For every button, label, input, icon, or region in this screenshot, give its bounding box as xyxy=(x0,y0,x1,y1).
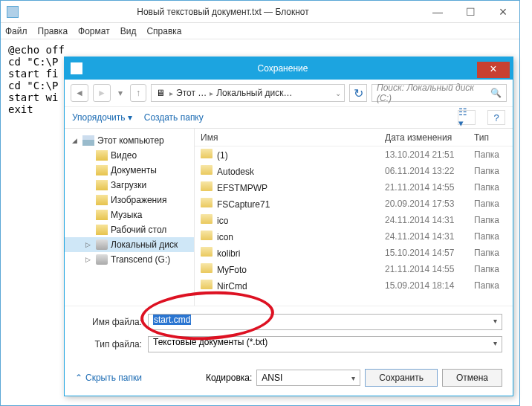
tree-item-transcend-g-[interactable]: ▷Transcend (G:) xyxy=(65,252,194,267)
filetype-select[interactable]: Текстовые документы (*.txt) xyxy=(148,336,502,352)
tree-item-загрузки[interactable]: Загрузки xyxy=(65,178,194,193)
tree-item-рабочий-стол[interactable]: Рабочий стол xyxy=(65,222,194,237)
tree-item-label: Документы xyxy=(111,165,157,175)
filename-label: Имя файла: xyxy=(75,317,148,327)
filename-input[interactable]: start.cmd xyxy=(148,314,502,330)
folder-tree[interactable]: ◢Этот компьютерВидеоДокументыЗагрузкиИзо… xyxy=(65,129,195,306)
col-type[interactable]: Тип xyxy=(468,132,513,143)
minimize-button[interactable]: — xyxy=(421,4,454,20)
tree-item-label: Transcend (G:) xyxy=(111,254,170,265)
tree-item-видео[interactable]: Видео xyxy=(65,148,194,163)
folder-icon xyxy=(201,214,213,224)
menu-format[interactable]: Формат xyxy=(78,26,110,36)
save-dialog: Сохранение × ◄ ► ▾ ↑ 🖥 ▸ Этот … ▸ Локаль… xyxy=(64,57,513,396)
maximize-button[interactable]: ☐ xyxy=(454,4,487,20)
folder-icon xyxy=(96,180,108,190)
folder-icon xyxy=(201,247,213,257)
help-button[interactable]: ? xyxy=(487,110,505,125)
breadcrumb-seg-1[interactable]: Этот … xyxy=(176,88,207,98)
expand-icon[interactable]: ◢ xyxy=(72,137,80,144)
chevron-down-icon[interactable]: ⌄ xyxy=(335,89,341,97)
nav-back-button[interactable]: ◄ xyxy=(71,84,88,102)
tree-item-музыка[interactable]: Музыка xyxy=(65,207,194,222)
file-row[interactable]: kolibri15.10.2014 14:57Папка xyxy=(195,245,513,261)
tree-item-изображения[interactable]: Изображения xyxy=(65,193,194,207)
file-row[interactable]: NirCmd15.09.2014 18:14Папка xyxy=(195,277,513,294)
expand-icon[interactable]: ▷ xyxy=(85,256,93,263)
notepad-icon xyxy=(7,6,19,18)
search-icon: 🔍 xyxy=(490,88,502,98)
file-row[interactable]: Autodesk06.11.2014 13:22Папка xyxy=(195,163,513,179)
breadcrumb[interactable]: 🖥 ▸ Этот … ▸ Локальный диск… ⌄ xyxy=(151,84,345,102)
dialog-title: Сохранение xyxy=(88,63,477,74)
file-row[interactable]: (1)13.10.2014 21:51Папка xyxy=(195,146,513,163)
file-row[interactable]: icon24.11.2014 14:31Папка xyxy=(195,228,513,245)
file-row[interactable]: EFSTMPWP21.11.2014 14:55Папка xyxy=(195,179,513,196)
tree-item-этот-компьютер[interactable]: ◢Этот компьютер xyxy=(65,133,194,148)
expand-icon[interactable]: ▷ xyxy=(85,241,93,248)
folder-icon xyxy=(96,254,108,265)
tree-item-локальный-диск[interactable]: ▷Локальный диск xyxy=(65,237,194,252)
folder-icon xyxy=(96,150,108,161)
menu-edit[interactable]: Правка xyxy=(38,26,68,36)
folder-icon xyxy=(96,225,108,235)
folder-icon xyxy=(201,198,213,207)
menu-file[interactable]: Файл xyxy=(5,26,27,36)
folder-icon xyxy=(201,231,213,240)
chevron-right-icon: ▸ xyxy=(169,89,173,97)
new-folder-button[interactable]: Создать папку xyxy=(144,112,204,123)
folder-icon xyxy=(96,239,108,250)
file-list[interactable]: Имя Дата изменения Тип (1)13.10.2014 21:… xyxy=(195,129,513,306)
tree-item-документы[interactable]: Документы xyxy=(65,163,194,178)
search-placeholder: Поиск: Локальный диск (C:) xyxy=(377,83,487,103)
nav-forward-button[interactable]: ► xyxy=(93,84,111,102)
breadcrumb-seg-2[interactable]: Локальный диск… xyxy=(216,88,292,98)
encoding-select[interactable]: ANSI xyxy=(256,370,360,386)
chevron-right-icon: ▸ xyxy=(210,89,213,97)
organize-menu[interactable]: Упорядочить ▾ xyxy=(72,112,132,123)
menu-view[interactable]: Вид xyxy=(120,26,137,36)
tree-item-label: Этот компьютер xyxy=(97,135,164,146)
col-name[interactable]: Имя xyxy=(195,132,379,143)
file-row[interactable]: ico24.11.2014 14:31Папка xyxy=(195,212,513,228)
nav-bar: ◄ ► ▾ ↑ 🖥 ▸ Этот … ▸ Локальный диск… ⌄ ↻… xyxy=(65,80,513,106)
tree-item-label: Рабочий стол xyxy=(111,225,166,235)
notepad-title: Новый текстовый документ.txt — Блокнот xyxy=(25,7,421,17)
fields: Имя файла: start.cmd Тип файла: Текстовы… xyxy=(65,306,513,364)
tree-item-label: Видео xyxy=(111,150,137,161)
encoding-value: ANSI xyxy=(262,373,282,383)
dialog-titlebar[interactable]: Сохранение × xyxy=(65,57,513,80)
col-date[interactable]: Дата изменения xyxy=(379,132,468,143)
file-row[interactable]: MyFoto21.11.2014 14:55Папка xyxy=(195,261,513,277)
drive-icon: 🖥 xyxy=(155,87,166,99)
folder-icon xyxy=(201,149,213,158)
dialog-close-button[interactable]: × xyxy=(477,62,510,78)
tree-item-label: Локальный диск xyxy=(111,239,178,250)
tree-item-label: Загрузки xyxy=(111,180,146,190)
hide-folders-link[interactable]: ⌃ Скрыть папки xyxy=(75,373,142,383)
close-button[interactable]: × xyxy=(487,4,519,20)
nav-recent-button[interactable]: ▾ xyxy=(115,84,126,102)
filename-value: start.cmd xyxy=(153,315,191,325)
folder-icon xyxy=(201,165,213,175)
folder-icon xyxy=(96,195,108,205)
save-button[interactable]: Сохранить xyxy=(365,369,438,387)
folder-icon xyxy=(96,165,108,175)
tree-item-label: Музыка xyxy=(111,210,142,220)
folder-icon xyxy=(201,181,213,191)
refresh-button[interactable]: ↻ xyxy=(349,84,367,102)
filetype-label: Тип файла: xyxy=(75,339,148,349)
dialog-footer: ⌃ Скрыть папки Кодировка: ANSI Сохранить… xyxy=(65,364,513,396)
view-options-button[interactable]: ☷ ▾ xyxy=(458,110,476,125)
menu-help[interactable]: Справка xyxy=(146,26,181,36)
cancel-button[interactable]: Отмена xyxy=(442,369,502,387)
notepad-titlebar[interactable]: Новый текстовый документ.txt — Блокнот —… xyxy=(1,1,519,23)
encoding-label: Кодировка: xyxy=(206,373,252,383)
file-row[interactable]: FSCapture7120.09.2014 17:53Папка xyxy=(195,196,513,212)
folder-icon xyxy=(201,280,213,289)
search-input[interactable]: Поиск: Локальный диск (C:) 🔍 xyxy=(372,84,507,102)
file-list-header[interactable]: Имя Дата изменения Тип xyxy=(195,129,513,146)
chevron-up-icon: ⌃ xyxy=(75,373,82,383)
folder-icon xyxy=(201,263,213,273)
nav-up-button[interactable]: ↑ xyxy=(130,84,146,102)
